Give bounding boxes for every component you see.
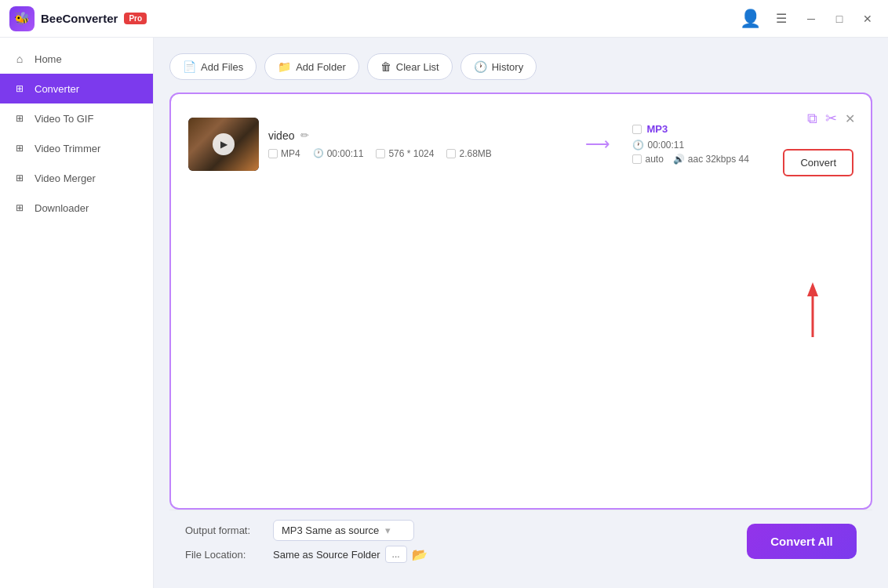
output-audio-value: aac 32kbps 44 (688, 154, 749, 165)
sidebar-label-home: Home (35, 53, 62, 65)
output-audio: 🔊 aac 32kbps 44 (673, 154, 749, 165)
annotation-arrow (803, 282, 822, 345)
audio-icon: 🔊 (673, 154, 685, 165)
history-button[interactable]: 🕐 History (460, 53, 537, 80)
file-location-row: File Location: Same as Source Folder ...… (185, 546, 747, 563)
chevron-down-icon: ▾ (385, 524, 391, 536)
res-checkbox (376, 149, 385, 158)
sidebar-item-video-trimmer[interactable]: ⊞ Video Trimmer (0, 133, 153, 163)
location-row: Same as Source Folder ... 📂 (273, 546, 428, 563)
clock-icon: 🕐 (313, 148, 324, 158)
add-files-button[interactable]: 📄 Add Files (169, 53, 257, 80)
source-format: MP4 (268, 148, 300, 159)
output-format-checkbox (632, 125, 642, 134)
sidebar-item-video-merger[interactable]: ⊞ Video Merger (0, 163, 153, 193)
source-resolution: 576 * 1024 (376, 148, 434, 159)
source-size-value: 2.68MB (459, 148, 491, 159)
file-info: video ✏ MP4 🕐 00:00:11 (268, 129, 563, 159)
sidebar: ⌂ Home ⊞ Converter ⊞ Video To GIF ⊞ Vide… (0, 38, 154, 588)
pro-badge: Pro (124, 13, 147, 24)
close-button[interactable]: ✕ (857, 8, 879, 30)
video-trimmer-icon: ⊞ (13, 141, 27, 155)
converter-icon: ⊞ (13, 82, 27, 96)
arrow-icon: ⟶ (585, 134, 610, 154)
source-duration: 🕐 00:00:11 (313, 148, 364, 159)
sidebar-label-converter: Converter (35, 83, 79, 95)
edit-icon[interactable]: ✏ (300, 129, 309, 141)
source-resolution-value: 576 * 1024 (388, 148, 434, 159)
output-meta: 🕐 00:00:11 (632, 140, 773, 151)
output-info: MP3 🕐 00:00:11 auto (632, 123, 773, 165)
convert-all-button[interactable]: Convert All (747, 524, 857, 559)
output-format-row: Output format: MP3 Same as source ▾ (185, 520, 747, 541)
output-meta2: auto 🔊 aac 32kbps 44 (632, 154, 773, 165)
add-folder-label: Add Folder (296, 61, 346, 73)
sidebar-item-home[interactable]: ⌂ Home (0, 44, 153, 74)
channel-checkbox (632, 154, 642, 164)
remove-card-icon[interactable]: ✕ (845, 111, 855, 126)
video-to-gif-icon: ⊞ (13, 111, 27, 125)
convert-arrow: ⟶ (573, 134, 623, 154)
sidebar-label-video-to-gif: Video To GIF (35, 113, 93, 125)
format-select[interactable]: MP3 Same as source ▾ (273, 520, 414, 541)
maximize-button[interactable]: □ (828, 8, 850, 30)
file-card: ▶ video ✏ MP4 🕐 00 (180, 103, 861, 184)
output-channel: auto (632, 154, 663, 165)
output-format-value: MP3 (646, 123, 668, 135)
file-name-row: video ✏ (268, 129, 563, 142)
video-merger-icon: ⊞ (13, 171, 27, 185)
file-location-label: File Location: (185, 549, 264, 561)
convert-button[interactable]: Convert (783, 149, 853, 176)
location-dots-button[interactable]: ... (385, 546, 407, 563)
size-checkbox (446, 149, 456, 158)
output-settings: Output format: MP3 Same as source ▾ File… (185, 520, 747, 563)
format-select-value: MP3 Same as source (282, 524, 379, 536)
app-name: BeeConverter (41, 12, 118, 25)
sidebar-label-downloader: Downloader (35, 202, 89, 214)
sidebar-item-converter[interactable]: ⊞ Converter (0, 74, 153, 103)
clear-list-button[interactable]: 🗑 Clear List (367, 53, 453, 80)
add-folder-button[interactable]: 📁 Add Folder (264, 53, 359, 80)
output-duration-value: 00:00:11 (647, 140, 684, 151)
app-logo: 🐝 (9, 6, 35, 31)
source-format-value: MP4 (281, 148, 300, 159)
output-duration: 🕐 00:00:11 (632, 140, 684, 151)
scissors-icon[interactable]: ✂ (825, 110, 837, 127)
card-top-actions: ⧉ ✂ ✕ (807, 110, 855, 127)
sidebar-item-video-to-gif[interactable]: ⊞ Video To GIF (0, 103, 153, 133)
source-size: 2.68MB (446, 148, 491, 159)
add-files-label: Add Files (201, 61, 243, 73)
file-name: video (268, 129, 294, 142)
add-files-icon: 📄 (183, 60, 196, 73)
titlebar: 🐝 BeeConverter Pro 👤 ☰ ─ □ ✕ (0, 0, 888, 38)
location-folder-icon[interactable]: 📂 (412, 547, 428, 562)
clear-list-icon: 🗑 (380, 60, 391, 73)
play-button[interactable]: ▶ (213, 133, 235, 155)
location-text: Same as Source Folder (273, 549, 380, 561)
history-icon: 🕐 (474, 60, 487, 73)
file-thumbnail: ▶ (188, 118, 259, 171)
file-meta: MP4 🕐 00:00:11 576 * 1024 2.68MB (268, 148, 563, 159)
source-duration-value: 00:00:11 (327, 148, 364, 159)
bottom-bar: Output format: MP3 Same as source ▾ File… (169, 510, 872, 572)
output-clock-icon: 🕐 (632, 140, 644, 151)
add-folder-icon: 📁 (278, 60, 291, 73)
minimize-button[interactable]: ─ (800, 8, 822, 30)
toolbar: 📄 Add Files 📁 Add Folder 🗑 Clear List 🕐 … (169, 53, 872, 80)
downloader-icon: ⊞ (13, 201, 27, 215)
edit-card-icon[interactable]: ⧉ (807, 111, 817, 127)
main-layout: ⌂ Home ⊞ Converter ⊞ Video To GIF ⊞ Vide… (0, 38, 888, 588)
profile-icon[interactable]: 👤 (737, 6, 762, 31)
format-checkbox (268, 149, 278, 158)
file-list-area: ▶ video ✏ MP4 🕐 00 (169, 93, 872, 510)
menu-icon[interactable]: ☰ (769, 6, 794, 31)
content-area: 📄 Add Files 📁 Add Folder 🗑 Clear List 🕐 … (154, 38, 888, 588)
history-label: History (492, 61, 523, 73)
red-arrow-svg (803, 282, 822, 345)
output-channel-value: auto (645, 154, 663, 165)
sidebar-label-video-trimmer: Video Trimmer (35, 143, 100, 154)
sidebar-item-downloader[interactable]: ⊞ Downloader (0, 193, 153, 223)
clear-list-label: Clear List (396, 61, 439, 73)
svg-marker-1 (807, 282, 818, 296)
output-format-label: Output format: (185, 524, 264, 536)
